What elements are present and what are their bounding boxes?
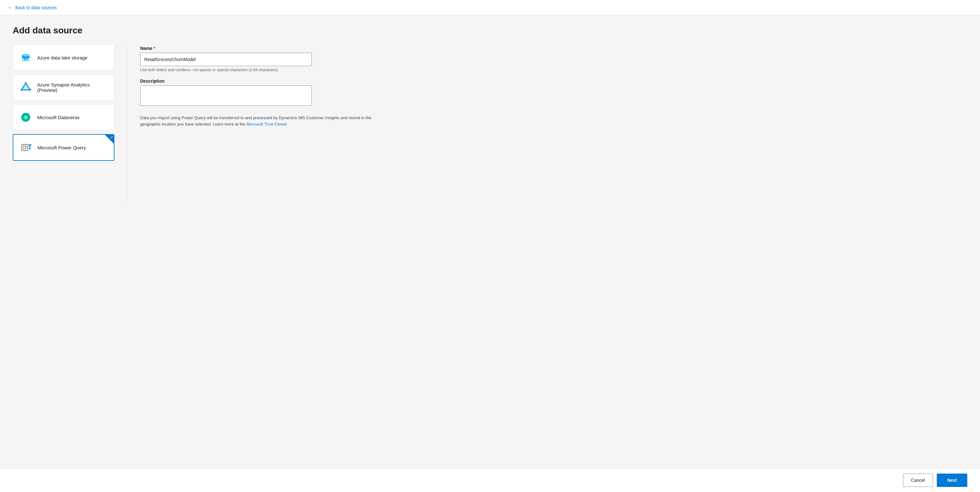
description-field-label: Description	[140, 78, 967, 84]
description-field-group: Description	[140, 78, 967, 107]
svg-point-9	[25, 82, 27, 84]
source-card-azure-lake-label: Azure data lake storage	[37, 55, 88, 61]
name-field-hint: Use both letters and numbers—no spaces o…	[140, 68, 967, 72]
trust-center-link[interactable]: Microsoft Trust Center	[247, 122, 287, 126]
next-button[interactable]: Next	[937, 474, 967, 487]
svg-point-15	[25, 117, 26, 118]
azure-lake-icon	[19, 51, 32, 64]
form-panel: Name * Use both letters and numbers—no s…	[140, 45, 967, 127]
source-card-synapse[interactable]: Azure Synapse Analytics (Preview)	[13, 74, 115, 100]
section-divider	[127, 45, 127, 204]
svg-marker-7	[21, 83, 30, 90]
cancel-button[interactable]: Cancel	[903, 474, 933, 487]
svg-rect-5	[26, 57, 28, 60]
info-text: Data you import using Power Query will b…	[140, 115, 382, 127]
content-layout: Azure data lake storage Azure Synapse An…	[13, 45, 967, 204]
source-card-powerquery-label: Microsoft Power Query	[38, 145, 86, 150]
source-card-dataverse-label: Microsoft Dataverse	[37, 115, 80, 120]
back-link-label: Back to data sources	[15, 5, 57, 10]
dataverse-icon	[19, 111, 32, 124]
synapse-icon	[19, 81, 32, 94]
svg-rect-4	[24, 57, 25, 60]
svg-point-11	[30, 89, 31, 91]
svg-rect-16	[22, 144, 28, 151]
description-input[interactable]	[140, 86, 312, 106]
required-star: *	[153, 46, 155, 51]
source-card-azure-lake[interactable]: Azure data lake storage	[13, 45, 115, 70]
name-field-group: Name * Use both letters and numbers—no s…	[140, 46, 967, 72]
name-input[interactable]	[140, 53, 312, 66]
top-nav: ← Back to data sources	[0, 0, 980, 15]
page-title: Add data source	[13, 25, 967, 36]
svg-point-10	[21, 89, 22, 91]
main-content: Add data source Azure data lake	[0, 15, 980, 468]
source-list: Azure data lake storage Azure Synapse An…	[13, 45, 115, 161]
footer: Cancel Next	[0, 468, 980, 492]
selected-badge	[105, 135, 114, 144]
source-card-powerquery[interactable]: Microsoft Power Query	[13, 134, 115, 161]
svg-rect-22	[29, 147, 30, 150]
source-card-dataverse[interactable]: Microsoft Dataverse	[13, 104, 115, 130]
back-arrow-icon: ←	[8, 5, 13, 11]
powerquery-icon	[20, 141, 32, 154]
name-field-label: Name *	[140, 46, 967, 51]
source-card-synapse-label: Azure Synapse Analytics (Preview)	[37, 82, 108, 93]
back-to-sources-link[interactable]: ← Back to data sources	[8, 5, 57, 11]
